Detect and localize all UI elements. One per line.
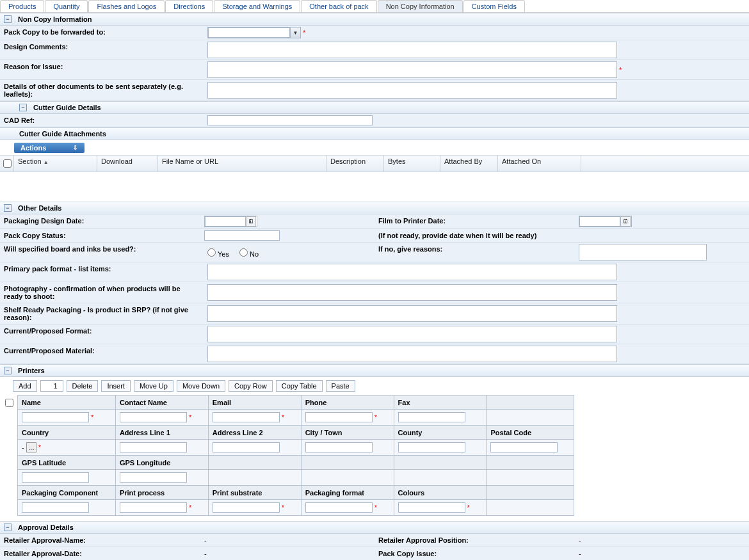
pack-design-date-input[interactable] <box>205 216 246 227</box>
label-board-inks: Will specified board and inks be used?: <box>0 243 202 262</box>
tab-quantity[interactable]: Quantity <box>45 0 88 12</box>
gps-lat-input[interactable] <box>22 472 89 483</box>
section-title: Cutter Guide Details <box>33 104 101 111</box>
email-input[interactable] <box>213 412 280 422</box>
gps-lon-input[interactable] <box>120 472 187 483</box>
th-gps-lon: GPS Longitude <box>115 456 208 470</box>
pack-design-date-picker[interactable]: 🗓 <box>204 216 257 227</box>
section-non-copy-info: − Non Copy Information <box>0 13 749 26</box>
cp-format-input[interactable] <box>207 326 617 342</box>
col-attached-by[interactable]: Attached By <box>440 156 498 172</box>
col-section[interactable]: Section▲ <box>14 156 97 172</box>
radio-yes-label[interactable]: Yes <box>204 246 229 258</box>
col-bytes[interactable]: Bytes <box>384 156 440 172</box>
tab-storage-warnings[interactable]: Storage and Warnings <box>214 0 300 12</box>
delete-button[interactable]: Delete <box>67 380 99 392</box>
required-icon: * <box>189 504 191 511</box>
photography-input[interactable] <box>207 284 617 301</box>
section-cutter-guide-attachments: Cutter Guide Attachments <box>0 127 749 140</box>
if-no-reasons-input[interactable] <box>579 244 707 260</box>
th-county: County <box>394 426 487 440</box>
col-attached-on[interactable]: Attached On <box>498 156 581 172</box>
design-comments-input[interactable] <box>207 42 617 58</box>
chevron-down-icon[interactable]: ▼ <box>290 28 300 38</box>
lookup-icon[interactable]: … <box>26 442 36 452</box>
insert-button[interactable]: Insert <box>101 380 131 392</box>
radio-no-label[interactable]: No <box>236 246 259 258</box>
radio-no[interactable] <box>239 248 248 257</box>
pkg-comp-input[interactable] <box>22 502 89 513</box>
move-down-button[interactable]: Move Down <box>177 380 225 392</box>
tab-products[interactable]: Products <box>0 0 44 12</box>
srp-input[interactable] <box>207 305 617 322</box>
film-printer-date-picker[interactable]: 🗓 <box>579 216 632 227</box>
th-gps-lat: GPS Latitude <box>18 456 116 470</box>
attachments-grid-body <box>0 172 749 202</box>
move-up-button[interactable]: Move Up <box>134 380 173 392</box>
primary-pack-format-input[interactable] <box>207 264 617 280</box>
section-cutter-guide-details: − Cutter Guide Details <box>0 101 749 114</box>
tab-directions[interactable]: Directions <box>165 0 213 12</box>
reason-issue-input[interactable] <box>207 61 617 78</box>
phone-input[interactable] <box>305 412 373 422</box>
add-count-input[interactable] <box>40 380 63 392</box>
label-retailer-approval-position: Retailer Approval Position: <box>374 534 576 547</box>
retailer-approval-position-value: - <box>579 536 581 544</box>
copy-table-button[interactable]: Copy Table <box>276 380 323 392</box>
pack-copy-status-input[interactable] <box>204 230 280 241</box>
tab-non-copy-info[interactable]: Non Copy Information <box>378 0 463 12</box>
radio-yes[interactable] <box>207 248 216 257</box>
addr1-input[interactable] <box>120 442 187 452</box>
cp-material-input[interactable] <box>207 346 617 362</box>
tab-flashes-logos[interactable]: Flashes and Logos <box>88 0 165 12</box>
tab-other-back-pack[interactable]: Other back of pack <box>301 0 376 12</box>
chevron-down-icon: ⇩ <box>73 145 78 151</box>
required-icon: * <box>282 413 284 421</box>
pack-copy-fwd-combo[interactable]: ▼ <box>207 27 301 38</box>
actions-button[interactable]: Actions ⇩ <box>14 143 85 153</box>
select-all-checkbox[interactable] <box>3 159 12 168</box>
pack-copy-fwd-input[interactable] <box>208 28 290 38</box>
film-printer-date-input[interactable] <box>579 216 620 227</box>
details-other-docs-input[interactable] <box>207 82 617 99</box>
collapse-icon[interactable]: − <box>4 15 12 23</box>
pack-copy-issue-value: - <box>579 550 581 557</box>
fax-input[interactable] <box>398 412 465 422</box>
addr2-input[interactable] <box>213 442 280 452</box>
county-input[interactable] <box>398 442 465 452</box>
required-icon: * <box>91 413 93 421</box>
label-cp-material: Current/Proposed Material: <box>0 344 205 364</box>
col-filename[interactable]: File Name or URL <box>158 156 326 172</box>
label-pack-copy-issue: Pack Copy Issue: <box>374 547 576 560</box>
col-description[interactable]: Description <box>326 156 384 172</box>
postal-input[interactable] <box>490 442 558 452</box>
paste-button[interactable]: Paste <box>326 380 355 392</box>
tab-custom-fields[interactable]: Custom Fields <box>463 0 525 12</box>
add-button[interactable]: Add <box>13 380 37 392</box>
label-cp-format: Current/Proposed Format: <box>0 324 205 344</box>
calendar-icon[interactable]: 🗓 <box>246 216 256 227</box>
retailer-approval-name-value: - <box>204 536 207 544</box>
calendar-icon[interactable]: 🗓 <box>620 216 631 227</box>
collapse-icon[interactable]: − <box>4 367 12 374</box>
section-title: Cutter Guide Attachments <box>19 130 106 138</box>
colours-input[interactable] <box>398 502 465 513</box>
cad-ref-input[interactable] <box>207 115 373 125</box>
collapse-icon[interactable]: − <box>4 524 12 531</box>
th-country: Country <box>18 426 116 440</box>
print-proc-input[interactable] <box>120 502 187 513</box>
label-srp: Shelf Ready Packaging - Is product in SR… <box>0 303 205 324</box>
copy-row-button[interactable]: Copy Row <box>229 380 273 392</box>
name-input[interactable] <box>22 412 89 422</box>
city-input[interactable] <box>305 442 373 452</box>
th-addr2: Address Line 2 <box>208 426 301 440</box>
printer-row-checkbox[interactable] <box>5 399 13 407</box>
pkg-fmt-input[interactable] <box>305 502 373 513</box>
collapse-icon[interactable]: − <box>19 104 27 111</box>
collapse-icon[interactable]: − <box>4 204 12 212</box>
contact-input[interactable] <box>120 412 187 422</box>
print-sub-input[interactable] <box>213 502 280 513</box>
required-icon: * <box>467 504 470 511</box>
col-download[interactable]: Download <box>97 156 158 172</box>
th-print-sub: Print substrate <box>208 486 301 500</box>
